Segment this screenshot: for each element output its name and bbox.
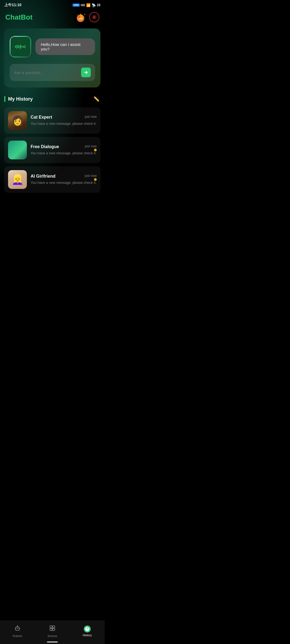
history-section: My History ✏️ Cat Expert just now You ha… (0, 90, 105, 193)
history-item-cat-expert[interactable]: Cat Expert just now You have a new messa… (4, 107, 100, 134)
free-dialogue-content: Free Dialogue just now You have a new me… (31, 144, 97, 156)
svg-point-6 (93, 16, 95, 18)
edit-button[interactable]: ✏️ (92, 95, 100, 103)
cat-expert-header: Cat Expert just now (31, 115, 97, 120)
cat-expert-avatar (8, 111, 27, 130)
history-item-ai-girlfriend[interactable]: AI Girlfriend just now You have a new me… (4, 166, 100, 193)
greeting-bubble: Hello,How can I assist you? (35, 38, 95, 55)
history-title: My History (8, 96, 33, 102)
cat-expert-time: just now (85, 115, 97, 119)
svg-text:✦: ✦ (84, 13, 86, 16)
cat-expert-preview: You have a new message, please check it. (31, 121, 97, 126)
free-dialogue-name: Free Dialogue (31, 144, 59, 149)
cat-expert-content: Cat Expert just now You have a new messa… (31, 115, 97, 126)
pencil-icon: ✏️ (93, 96, 99, 102)
history-header: My History ✏️ (4, 95, 100, 103)
free-dialogue-notification (94, 149, 97, 151)
send-button[interactable] (81, 68, 91, 77)
ai-girlfriend-preview: You have a new message, please check it. (31, 180, 97, 185)
free-dialogue-header: Free Dialogue just now (31, 144, 97, 149)
vpn-badge: VPN (73, 3, 80, 7)
status-time: 上午11:10 (4, 3, 21, 8)
cat-expert-name: Cat Expert (31, 115, 52, 120)
wifi-icon: 📡 (92, 3, 96, 7)
chat-card: < Hello,How can I assist you? (4, 28, 100, 87)
vip-button[interactable]: VIP ✦ ✦ (75, 11, 86, 23)
header-icons: VIP ✦ ✦ (75, 11, 99, 23)
free-dialogue-time: just now (85, 144, 97, 148)
settings-button[interactable] (89, 12, 99, 22)
ai-girlfriend-header: AI Girlfriend just now (31, 174, 97, 179)
greeting-text: Hello,How can I assist you? (41, 42, 81, 51)
status-bar: 上午11:10 VPN HD 📶 📡 23 (0, 0, 105, 9)
dialogue-sound-bars-2 (14, 151, 21, 154)
hd-indicator: HD (81, 3, 85, 7)
history-title-container: My History (4, 96, 33, 102)
free-dialogue-avatar (8, 141, 27, 159)
app-header: ChatBot VIP ✦ ✦ (0, 9, 105, 26)
svg-text:✦: ✦ (77, 14, 78, 16)
bot-intro: < Hello,How can I assist you? (10, 36, 95, 57)
sound-bars (15, 45, 22, 49)
ai-girlfriend-notification (94, 178, 97, 181)
back-arrow-icon: < (23, 44, 26, 50)
bot-avatar: < (10, 36, 31, 57)
ask-input-container[interactable] (10, 64, 95, 81)
history-bar-decoration (4, 96, 5, 102)
ai-girlfriend-time: just now (85, 174, 97, 178)
status-icons: VPN HD 📶 📡 23 (73, 3, 100, 7)
ai-girlfriend-name: AI Girlfriend (31, 174, 55, 179)
history-item-free-dialogue[interactable]: Free Dialogue just now You have a new me… (4, 137, 100, 163)
signal-icon: 📶 (86, 3, 90, 7)
dialogue-sound-bars (14, 146, 21, 150)
ai-girlfriend-content: AI Girlfriend just now You have a new me… (31, 174, 97, 185)
ai-girlfriend-avatar (8, 170, 27, 189)
battery-icon: 23 (97, 3, 100, 7)
ask-input[interactable] (14, 70, 78, 75)
svg-text:VIP: VIP (79, 17, 83, 20)
free-dialogue-preview: You have a new message, please check it. (31, 151, 97, 156)
app-title: ChatBot (5, 13, 32, 21)
app-title-chat: Chat (5, 13, 21, 21)
app-title-bot: Bot (21, 13, 32, 21)
